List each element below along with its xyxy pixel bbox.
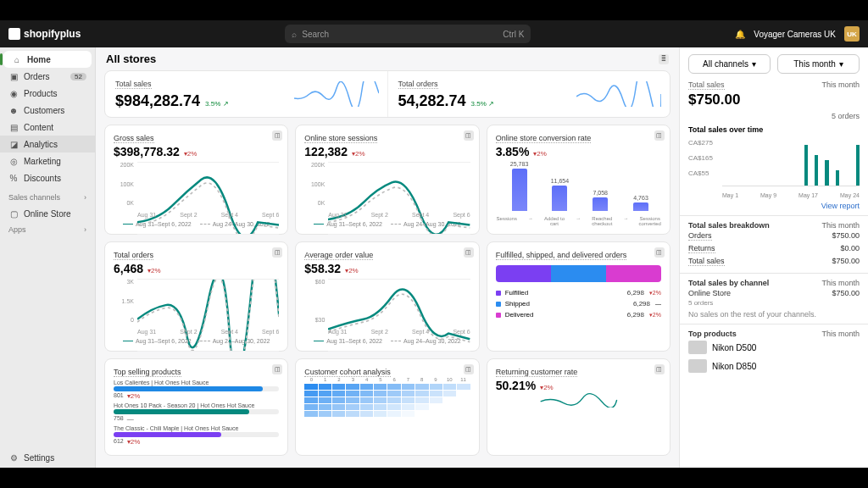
product-thumb	[688, 341, 707, 354]
report-icon[interactable]: ◫	[272, 364, 282, 374]
report-icon[interactable]: ◫	[272, 247, 282, 258]
main-content: All stores ≣ Total sales $984,282.74 3.5…	[96, 47, 679, 468]
right-panel: All channels▾ This month▾ Total sales Th…	[679, 47, 868, 468]
sidebar-item-label: Marketing	[24, 157, 61, 166]
product-row[interactable]: Nikon D850	[688, 357, 860, 375]
sidebar-section-apps[interactable]: Apps ›	[0, 222, 95, 237]
sidebar-item-online-store[interactable]: ▢ Online Store	[0, 205, 95, 222]
card-aov[interactable]: ◫ Average order value $58.32 ▾2% $60$30 …	[295, 241, 479, 352]
summary-pct: 3.5% ↗	[205, 100, 228, 108]
search-placeholder: Search	[302, 30, 329, 39]
home-icon: ⌂	[12, 54, 22, 64]
brand-logo: shopifyplus	[8, 28, 81, 40]
sidebar-item-home[interactable]: ⌂ Home	[3, 51, 92, 68]
card-cohort[interactable]: ◫ Customer cohort analysis 0123456789101…	[295, 358, 479, 456]
filter-period[interactable]: This month▾	[777, 54, 860, 74]
sidebar-item-marketing[interactable]: ◎ Marketing	[0, 152, 95, 169]
chart-title: Total sales over time	[688, 125, 860, 134]
report-icon[interactable]: ◫	[464, 130, 474, 141]
card-title: Online store conversion rate	[496, 134, 592, 143]
card-title: Total orders	[114, 251, 153, 260]
sidebar-item-label: Settings	[24, 453, 54, 463]
sidebar-item-label: Home	[27, 55, 51, 64]
card-title: Fulfilled, shipped, and delivered orders	[496, 251, 627, 260]
report-icon[interactable]: ◫	[464, 364, 474, 374]
filter-channel[interactable]: All channels▾	[688, 54, 771, 74]
bell-icon[interactable]: 🔔	[735, 30, 745, 39]
line-chart	[328, 162, 470, 235]
card-pct: ▾2%	[352, 150, 365, 158]
sidebar-item-label: Customers	[24, 106, 64, 115]
breakdown-total-label: Total sales	[688, 257, 725, 266]
sidebar-item-analytics[interactable]: ◪ Analytics	[0, 136, 95, 152]
section-label: Total sales breakdown	[688, 221, 770, 230]
search-icon: ⌕	[292, 30, 297, 39]
summary-value: 54,282.74	[398, 92, 466, 110]
content-icon: ▤	[8, 122, 19, 132]
card-fulfilled[interactable]: ◫ Fulfilled, shipped, and delivered orde…	[487, 241, 670, 352]
sidebar-item-customers[interactable]: ☻ Customers	[0, 102, 95, 119]
report-icon[interactable]: ◫	[464, 247, 474, 258]
sidebar-settings[interactable]: ⚙ Settings	[0, 447, 95, 468]
customers-icon: ☻	[8, 105, 19, 115]
discounts-icon: %	[8, 173, 19, 183]
page-title: All stores	[106, 53, 156, 65]
card-value: 122,382	[304, 145, 348, 158]
card-title: Average order value	[304, 251, 373, 260]
store-name[interactable]: Voyager Cameras UK	[754, 30, 836, 39]
card-pct: ▾2%	[540, 384, 554, 391]
brand-text: shopifyplus	[24, 28, 81, 40]
card-title: Online store sessions	[304, 134, 377, 143]
card-value: $58.32	[304, 262, 341, 275]
card-returning[interactable]: ◫ Returning customer rate 50.21% ▾2%	[487, 358, 670, 456]
card-gross-sales[interactable]: ◫ Gross sales $398,778.32 ▾2% 200K100K0K…	[104, 125, 288, 235]
orders-count: 5 orders	[688, 112, 860, 120]
store-icon: ▢	[8, 208, 19, 219]
sparkline-icon	[576, 81, 661, 107]
sidebar-item-label: Online Store	[24, 209, 71, 219]
sidebar-item-products[interactable]: ◉ Products	[0, 85, 95, 102]
breakdown-total-value: $750.00	[832, 257, 860, 266]
product-row[interactable]: Nikon D500	[688, 338, 860, 357]
card-pct: ▾2%	[533, 150, 547, 158]
shopify-icon	[8, 28, 20, 40]
sales-over-time-chart: CA$275 CA$165 CA$55 May 1May 9 May 17May…	[688, 139, 860, 198]
summary-value: $984,282.74	[115, 92, 200, 110]
legend-fulfilled: Fulfilled 6,298▾2%	[496, 287, 661, 298]
customize-icon[interactable]: ≣	[659, 54, 669, 64]
sidebar-section-sales-channels[interactable]: Sales channels ›	[0, 190, 95, 205]
sidebar-item-label: Analytics	[24, 140, 58, 149]
analytics-icon: ◪	[8, 139, 19, 149]
card-top-products[interactable]: ◫ Top selling products Los Calientes | H…	[104, 358, 288, 456]
legend-delivered: Delivered 6,298▾2%	[496, 309, 661, 320]
card-total-orders[interactable]: ◫ Total orders 6,468 ▾2% 3K1.5K0 Aug 31S…	[104, 241, 288, 352]
sidebar-item-content[interactable]: ▤ Content	[0, 119, 95, 136]
report-icon[interactable]: ◫	[654, 130, 665, 141]
card-title: Customer cohort analysis	[304, 368, 391, 377]
line-chart	[496, 392, 661, 408]
report-icon[interactable]: ◫	[654, 364, 665, 374]
report-icon[interactable]: ◫	[272, 130, 282, 141]
card-conversion[interactable]: ◫ Online store conversion rate 3.85% ▾2%…	[487, 125, 670, 235]
sidebar-item-label: Products	[24, 89, 57, 98]
product-thumb	[688, 359, 707, 373]
report-icon[interactable]: ◫	[654, 247, 665, 258]
sidebar-item-discounts[interactable]: % Discounts	[0, 169, 95, 186]
avatar[interactable]: UK	[844, 26, 860, 42]
stacked-bar	[496, 265, 661, 282]
chevron-right-icon: ›	[84, 225, 86, 234]
summary-total-sales[interactable]: Total sales $984,282.74 3.5% ↗	[105, 71, 387, 117]
chevron-down-icon: ▾	[839, 59, 843, 69]
orders-icon: ▣	[8, 71, 19, 81]
gear-icon: ⚙	[8, 452, 19, 463]
sidebar-item-orders[interactable]: ▣ Orders 52	[0, 68, 95, 85]
summary-total-orders[interactable]: Total orders 54,282.74 3.5% ↗	[387, 71, 670, 117]
topbar: shopifyplus ⌕ Search Ctrl K 🔔 Voyager Ca…	[0, 20, 868, 47]
card-sessions[interactable]: ◫ Online store sessions 122,382 ▾2% 200K…	[295, 125, 479, 235]
view-report-link[interactable]: View report	[688, 202, 860, 210]
card-title: Gross sales	[114, 134, 154, 143]
sidebar-item-label: Discounts	[24, 174, 61, 183]
search-input[interactable]: ⌕ Search Ctrl K	[285, 25, 531, 43]
summary-label: Total sales	[115, 80, 152, 89]
chevron-right-icon: ›	[84, 193, 86, 202]
